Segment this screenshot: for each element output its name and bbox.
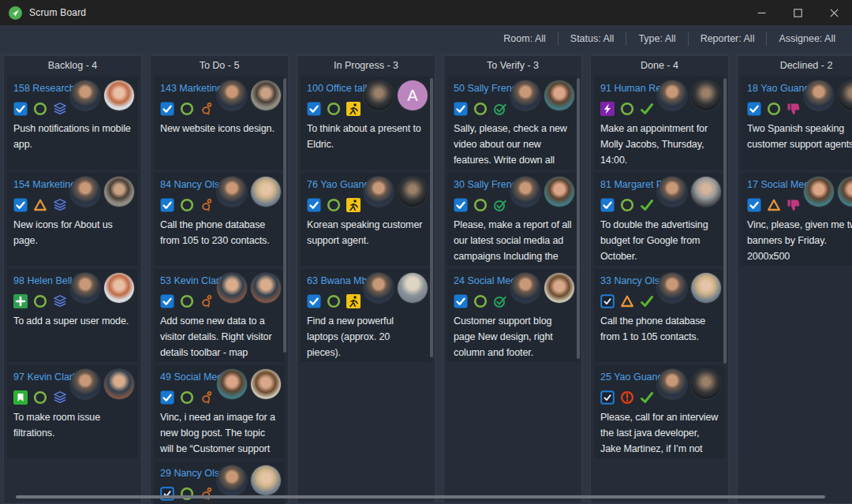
task-card[interactable]: 76 Yao GuangKorean speaking customer sup… [301,173,432,266]
avatar [657,177,687,207]
person-icon [200,390,214,405]
task-card[interactable]: 84 Nancy OlsonCall the phone database fr… [154,173,285,266]
vertical-scrollbar[interactable] [430,78,433,357]
card-title-link[interactable]: 76 Yao Guang [307,177,369,192]
task-card[interactable]: 63 Bwana Mb...Find a new powerful laptop… [301,269,432,362]
green-circle-icon [620,102,634,116]
person-icon [200,102,214,116]
task-card[interactable]: 81 Margaret P...To double the advertisin… [594,173,725,266]
avatar [70,273,100,303]
green-circle-icon [473,102,488,116]
maximize-button[interactable] [779,0,816,25]
avatar [217,465,247,495]
card-title-link[interactable]: 98 Helen Bell [13,274,72,288]
task-card[interactable]: 24 Social MediaCustomer support blog pag… [447,269,578,362]
avatar [544,177,574,207]
check-icon [640,294,654,308]
avatar [104,177,134,207]
card-description: Make an appointment for Molly Jacobs, Th… [600,121,719,168]
avatar-group [70,177,134,207]
card-description: Two Spanish speaking customer support ag… [747,121,852,152]
card-description: To double the advertising budget for Goo… [600,217,719,264]
person-icon [200,487,214,501]
task-card[interactable]: 25 Yao GuangPlease, call for an intervie… [594,365,725,458]
avatar [544,80,574,110]
plus-icon [13,294,28,308]
avatar [657,369,687,399]
task-card[interactable]: 98 Helen BellTo add a super user mode. [7,269,138,362]
card-description: To think about a present to Eldric. [307,121,425,152]
avatar-group [657,369,721,399]
check-circle-icon [493,198,507,212]
avatar [691,273,721,303]
avatar [251,80,281,110]
vertical-scrollbar[interactable] [283,78,286,353]
card-description: Customer support blog page New design, r… [454,313,572,360]
minimize-button[interactable] [743,0,779,25]
avatar [510,177,540,207]
card-description: Sally, please, check a new video about o… [454,121,572,170]
green-circle-icon [180,102,194,116]
vertical-scrollbar[interactable] [577,78,580,359]
task-card[interactable]: 53 Kevin ClarkeAdd some new data to a vi… [154,269,285,362]
green-circle-icon [33,294,47,308]
filter-reporter[interactable]: Reporter: All [689,33,767,44]
task-card[interactable]: 154 Marketing ...New icons for About us … [7,173,138,266]
avatar [217,177,247,207]
board-column: Declined - 218 Yao GuangTwo Spanish spea… [737,55,852,504]
task-card[interactable]: 158 Research ...Push notifications in mo… [7,77,138,170]
checkbox-outlined-icon [600,390,615,405]
card-description: Please, call for an interview the last j… [600,409,719,458]
avatar [104,80,134,110]
avatar [364,273,394,303]
task-card[interactable]: 17 Social MediaVinc, please, given me tw… [741,173,852,266]
checkbox-checked-icon [454,294,468,308]
task-card[interactable]: 30 Sally FrenchPlease, make a report of … [447,173,578,266]
green-circle-icon [473,198,488,212]
lightning-icon [600,102,615,116]
task-card[interactable]: 100 Office talksATo think about a presen… [301,77,432,170]
task-card[interactable]: 49 Social MediaVinc, i need an image for… [154,365,285,458]
vertical-scrollbar[interactable] [723,78,727,364]
filter-status[interactable]: Status: All [559,33,626,44]
exclamation-icon [620,390,634,405]
runner-icon [346,102,361,116]
card-description: New website icons design. [160,121,278,136]
task-card[interactable]: 91 Human Res...Make an appointment for M… [594,77,725,170]
layers-icon [53,102,67,116]
avatar [804,177,834,207]
avatar [217,273,247,303]
card-description: Vinc, i need an image for a new blog pos… [160,409,278,458]
checkbox-checked-icon [13,198,28,212]
layers-icon [53,294,67,308]
avatar-group [510,80,574,110]
filter-room[interactable]: Room: All [491,33,558,44]
orange-triangle-icon [767,198,781,212]
filter-type[interactable]: Type: All [626,33,687,44]
avatar-group: A [364,80,428,110]
person-icon [200,198,214,212]
avatar [251,369,281,399]
task-card[interactable]: 18 Yao GuangTwo Spanish speaking custome… [741,77,852,170]
task-card[interactable]: 50 Sally FrenchSally, please, check a ne… [447,77,578,170]
column-header: To Do - 5 [151,56,288,75]
avatar-group [657,273,721,303]
green-circle-icon [620,198,634,212]
card-description: Call the phone database from 105 to 230 … [160,217,278,248]
checkbox-checked-icon [160,102,174,116]
avatar-group [70,80,134,110]
card-description: Korean speaking customer support agent. [307,217,425,248]
task-card[interactable]: 33 Nancy OlsonCall the phone database fr… [594,269,725,362]
avatar [398,273,428,303]
filter-assignee[interactable]: Assignee: All [767,33,847,44]
card-title-link[interactable]: 18 Yao Guang [747,81,809,95]
check-icon [640,198,654,212]
orange-triangle-icon [33,198,47,212]
close-button[interactable] [816,0,852,25]
avatar [70,369,100,399]
card-title-link[interactable]: 25 Yao Guang [600,370,663,384]
horizontal-scrollbar[interactable] [16,495,825,498]
task-card[interactable]: 97 Kevin ClarkeTo make room issue filtra… [7,365,138,458]
task-card[interactable]: 143 Marketing ...New website icons desig… [154,77,285,170]
avatar [657,273,687,303]
